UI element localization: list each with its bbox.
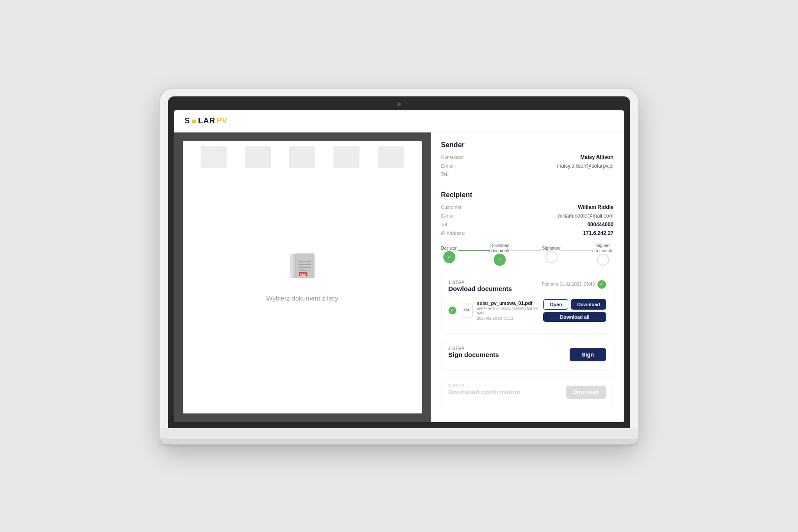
pdf-bg-page bbox=[201, 146, 227, 168]
right-panel: Sender Consultant Maisy Allison E-mail: … bbox=[431, 132, 624, 422]
customer-value: William Riddle bbox=[578, 204, 613, 210]
progress-bar: Decision ✓ Download documents ✓ bbox=[441, 243, 613, 266]
download-all-button[interactable]: Download all bbox=[543, 312, 606, 322]
app-content: PDF Wybierz dokument z listy Sender Cons… bbox=[174, 132, 624, 422]
progress-step-download: Download documents ✓ bbox=[489, 243, 511, 266]
laptop-frame: S ● LAR PV bbox=[160, 89, 638, 444]
file-btn-row: Open Download bbox=[543, 299, 606, 310]
logo-dot: ● bbox=[191, 116, 197, 127]
consultant-value: Maisy Allison bbox=[580, 154, 613, 160]
step-decision-circle: ✓ bbox=[443, 251, 455, 263]
pdf-placeholder: PDF Wybierz dokument z listy bbox=[266, 253, 338, 302]
customer-label: Customer bbox=[441, 205, 462, 210]
download-button[interactable]: Download bbox=[571, 299, 606, 310]
step1-header: 1 STEP Dowload documents Pobrano 31-01-2… bbox=[448, 280, 606, 297]
step-signature-circle bbox=[545, 251, 557, 263]
step2-left: 2 STEP Sign documents bbox=[448, 346, 499, 363]
recipient-tel-label: Tel.: bbox=[441, 222, 450, 227]
pdf-panel: PDF Wybierz dokument z listy bbox=[174, 132, 431, 422]
recipient-email-value: william.riddle@mail.com bbox=[557, 213, 613, 219]
file-info: solar_pv_umowa_01.pdf 665519e7c02d609a26… bbox=[477, 301, 539, 321]
laptop-foot bbox=[160, 439, 638, 444]
svg-text:PDF: PDF bbox=[300, 273, 307, 276]
sender-email-label: E-mail: bbox=[441, 163, 456, 169]
step1-done-badge: ✓ bbox=[597, 280, 606, 289]
sign-button[interactable]: Sign bbox=[570, 348, 606, 361]
laptop-screen: S ● LAR PV bbox=[174, 110, 624, 422]
file-actions: Open Download Download all bbox=[543, 299, 606, 322]
sender-tel-label: Tel.: bbox=[441, 172, 450, 177]
recipient-tel-value: 000444000 bbox=[587, 221, 613, 228]
step-download-check: ✓ bbox=[498, 257, 502, 262]
step2-number: 2 STEP bbox=[448, 346, 499, 351]
step3-row: 3 STEP Download confirmation Download bbox=[448, 383, 606, 401]
step1-timestamp-text: Pobrano 31-01-2023, 09:40 bbox=[542, 282, 595, 287]
sender-email-value: maisy.allison@solarpv.pl bbox=[557, 163, 613, 169]
sender-section: Sender Consultant Maisy Allison E-mail: … bbox=[441, 141, 613, 177]
step1-title: Dowload documents bbox=[448, 285, 512, 292]
step3-left: 3 STEP Download confirmation bbox=[448, 383, 521, 401]
file-hash: 665519e7c02d609a2669552b3b5594fc bbox=[477, 307, 539, 315]
step3-card: 3 STEP Download confirmation Download bbox=[441, 376, 613, 408]
file-row: ✓ PDF solar_pv_umowa_01.pdf 665519e7c02d… bbox=[448, 299, 606, 322]
recipient-section: Recipient Customer William Riddle E-mail… bbox=[441, 191, 613, 236]
connector-1 bbox=[458, 250, 489, 251]
pdf-file-icon: PDF bbox=[288, 253, 316, 287]
connector-3 bbox=[561, 250, 592, 251]
step1-check: ✓ bbox=[600, 281, 603, 287]
step3-title: Download confirmation bbox=[448, 388, 521, 396]
camera bbox=[397, 102, 401, 106]
step-decision-label: Decision bbox=[441, 246, 458, 251]
pdf-bg-pages bbox=[183, 146, 422, 168]
recipient-email-label: E-mail: bbox=[441, 213, 456, 218]
pdf-bg-page bbox=[245, 146, 271, 168]
pdf-preview-area: PDF Wybierz dokument z listy bbox=[183, 141, 422, 413]
logo-text-solar: S bbox=[185, 116, 190, 126]
step-signed-circle bbox=[597, 254, 609, 266]
logo-text-olar: LAR bbox=[198, 116, 215, 126]
file-pdf-icon: PDF bbox=[461, 304, 473, 317]
step-download-circle: ✓ bbox=[494, 254, 506, 266]
step1-timestamp: Pobrano 31-01-2023, 09:40 ✓ bbox=[542, 280, 606, 289]
step-signed-label: Signed documents bbox=[592, 243, 613, 254]
recipient-tel-row: Tel.: 000444000 bbox=[441, 221, 613, 228]
consultant-label: Consultant bbox=[441, 155, 464, 160]
app-header: S ● LAR PV bbox=[174, 110, 624, 132]
sender-consultant-row: Consultant Maisy Allison bbox=[441, 154, 613, 160]
recipient-ip-row: IP Address: 171.6.242.27 bbox=[441, 230, 613, 236]
logo-pv: PV bbox=[216, 116, 228, 126]
screen-bezel: S ● LAR PV bbox=[168, 96, 630, 428]
file-checkmark: ✓ bbox=[450, 307, 454, 313]
step3-download-button: Download bbox=[566, 386, 606, 399]
laptop-base bbox=[160, 428, 638, 439]
recipient-email-row: E-mail: william.riddle@mail.com bbox=[441, 213, 613, 219]
step3-number: 3 STEP bbox=[448, 383, 521, 388]
recipient-customer-row: Customer William Riddle bbox=[441, 204, 613, 210]
recipient-title: Recipient bbox=[441, 191, 613, 199]
file-name: solar_pv_umowa_01.pdf bbox=[477, 301, 539, 306]
progress-step-signature: Signature bbox=[542, 246, 561, 263]
step1-card: 1 STEP Dowload documents Pobrano 31-01-2… bbox=[441, 273, 613, 334]
open-button[interactable]: Open bbox=[543, 299, 568, 310]
sender-email-row: E-mail: maisy.allison@solarpv.pl bbox=[441, 163, 613, 169]
app-logo: S ● LAR PV bbox=[185, 116, 228, 127]
file-check-icon: ✓ bbox=[448, 307, 456, 314]
sender-tel-row: Tel.: bbox=[441, 172, 613, 177]
file-date: 2023-01-26 09:31:13 bbox=[477, 316, 539, 321]
step1-header-left: 1 STEP Dowload documents bbox=[448, 280, 512, 297]
divider-1 bbox=[441, 184, 613, 184]
step2-title: Sign documents bbox=[448, 351, 499, 358]
connector-2 bbox=[511, 250, 542, 251]
recipient-ip-label: IP Address: bbox=[441, 231, 465, 236]
step1-number: 1 STEP bbox=[448, 280, 512, 285]
sender-title: Sender bbox=[441, 141, 613, 149]
pdf-bg-page bbox=[333, 146, 359, 168]
pdf-bg-page bbox=[289, 146, 315, 168]
step-download-label: Download documents bbox=[489, 243, 511, 254]
step-signature-label: Signature bbox=[542, 246, 561, 251]
progress-step-signed: Signed documents bbox=[592, 243, 613, 266]
step2-card: 2 STEP Sign documents Sign bbox=[441, 339, 613, 371]
progress-step-decision: Decision ✓ bbox=[441, 246, 458, 263]
pdf-bg-page bbox=[378, 146, 404, 168]
recipient-ip-value: 171.6.242.27 bbox=[583, 230, 613, 236]
